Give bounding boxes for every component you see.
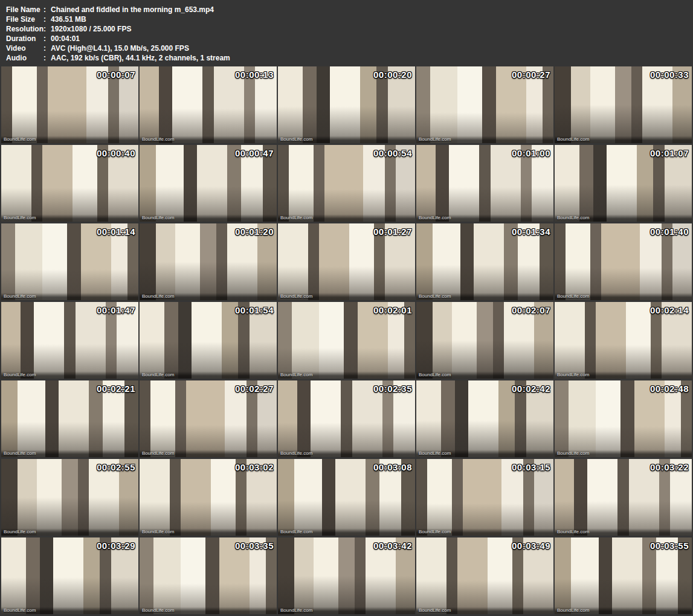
media-info-row-filesize: File Size : 436.51 MB [6, 14, 693, 24]
video-frame-thumbnail: 00:00:27 BoundLife.com [416, 66, 553, 143]
media-info-row-audio: Audio : AAC, 192 kb/s (CBR), 44.1 kHz, 2… [6, 53, 693, 63]
watermark-label: BoundLife.com [416, 528, 553, 536]
watermark-label: BoundLife.com [278, 371, 415, 379]
video-frame-thumbnail: 00:03:49 BoundLife.com [416, 537, 553, 614]
timestamp-overlay: 00:02:01 [373, 305, 412, 315]
media-info-header: File Name : Chained and fiddled in the m… [0, 0, 693, 63]
field-label: Resolution [6, 24, 44, 34]
field-value: AVC (High@L4.1), 15.0 Mb/s, 25.000 FPS [51, 43, 189, 53]
timestamp-overlay: 00:00:13 [235, 69, 274, 80]
timestamp-overlay: 00:02:35 [373, 383, 412, 394]
timestamp-overlay: 00:01:40 [650, 226, 689, 237]
video-frame-thumbnail: 00:03:55 BoundLife.com [555, 537, 692, 614]
video-frame-thumbnail: 00:00:13 BoundLife.com [140, 66, 277, 143]
video-frame-thumbnail: 00:02:55 BoundLife.com [1, 459, 138, 536]
timestamp-overlay: 00:00:54 [373, 148, 412, 158]
timestamp-overlay: 00:02:07 [512, 305, 550, 315]
watermark-label: BoundLife.com [416, 450, 553, 457]
timestamp-overlay: 00:01:20 [235, 226, 274, 237]
video-frame-thumbnail: 00:01:34 BoundLife.com [416, 223, 553, 300]
video-frame-thumbnail: 00:00:33 BoundLife.com [555, 66, 692, 143]
video-frame-thumbnail: 00:03:22 BoundLife.com [555, 459, 692, 536]
field-separator: : [44, 53, 51, 63]
timestamp-overlay: 00:01:27 [373, 226, 412, 237]
watermark-label: BoundLife.com [1, 293, 138, 300]
watermark-label: BoundLife.com [278, 293, 415, 300]
video-frame-thumbnail: 00:01:14 BoundLife.com [1, 223, 138, 300]
video-frame-thumbnail: 00:01:20 BoundLife.com [140, 223, 277, 300]
video-frame-thumbnail: 00:02:35 BoundLife.com [278, 380, 415, 457]
video-frame-thumbnail: 00:02:21 BoundLife.com [1, 380, 138, 457]
timestamp-overlay: 00:01:34 [512, 226, 550, 237]
timestamp-overlay: 00:00:07 [97, 69, 135, 80]
video-frame-thumbnail: 00:03:08 BoundLife.com [278, 459, 415, 536]
timestamp-overlay: 00:01:54 [235, 305, 274, 315]
watermark-label: BoundLife.com [140, 371, 277, 379]
video-frame-thumbnail: 00:00:54 BoundLife.com [278, 145, 415, 222]
field-separator: : [44, 24, 51, 34]
watermark-label: BoundLife.com [555, 371, 692, 379]
thumbnail-grid: 00:00:07 BoundLife.com 00:00:13 BoundLif… [1, 66, 692, 614]
field-value: AAC, 192 kb/s (CBR), 44.1 kHz, 2 channel… [51, 53, 230, 63]
timestamp-overlay: 00:00:33 [650, 69, 689, 80]
watermark-label: BoundLife.com [140, 214, 277, 222]
watermark-label: BoundLife.com [140, 136, 277, 143]
watermark-label: BoundLife.com [416, 607, 553, 614]
timestamp-overlay: 00:00:47 [235, 148, 274, 158]
watermark-label: BoundLife.com [1, 136, 138, 143]
watermark-label: BoundLife.com [1, 528, 138, 536]
watermark-label: BoundLife.com [278, 607, 415, 614]
video-frame-thumbnail: 00:03:42 BoundLife.com [278, 537, 415, 614]
timestamp-overlay: 00:01:00 [512, 148, 550, 158]
timestamp-overlay: 00:03:55 [650, 541, 689, 551]
watermark-label: BoundLife.com [278, 136, 415, 143]
field-label: File Size [6, 14, 44, 24]
watermark-label: BoundLife.com [555, 214, 692, 222]
watermark-label: BoundLife.com [555, 136, 692, 143]
media-info-row-duration: Duration : 00:04:01 [6, 34, 693, 43]
field-separator: : [44, 34, 51, 43]
video-frame-thumbnail: 00:03:35 BoundLife.com [140, 537, 277, 614]
video-frame-thumbnail: 00:02:42 BoundLife.com [416, 380, 553, 457]
timestamp-overlay: 00:03:35 [235, 541, 274, 551]
field-separator: : [44, 14, 51, 24]
watermark-label: BoundLife.com [1, 371, 138, 379]
timestamp-overlay: 00:02:55 [97, 462, 135, 472]
field-value: 00:04:01 [51, 34, 80, 43]
watermark-label: BoundLife.com [416, 293, 553, 300]
watermark-label: BoundLife.com [1, 450, 138, 457]
media-info-row-resolution: Resolution : 1920x1080 / 25.000 FPS [6, 24, 693, 34]
video-frame-thumbnail: 00:01:47 BoundLife.com [1, 302, 138, 379]
field-label: Duration [6, 34, 44, 43]
media-info-row-filename: File Name : Chained and fiddled in the m… [6, 5, 693, 14]
video-frame-thumbnail: 00:01:54 BoundLife.com [140, 302, 277, 379]
video-frame-thumbnail: 00:01:40 BoundLife.com [555, 223, 692, 300]
video-frame-thumbnail: 00:01:27 BoundLife.com [278, 223, 415, 300]
video-frame-thumbnail: 00:03:29 BoundLife.com [1, 537, 138, 614]
media-info-row-video: Video : AVC (High@L4.1), 15.0 Mb/s, 25.0… [6, 43, 693, 53]
watermark-label: BoundLife.com [278, 528, 415, 536]
timestamp-overlay: 00:02:42 [512, 383, 550, 394]
watermark-label: BoundLife.com [416, 371, 553, 379]
timestamp-overlay: 00:02:27 [235, 383, 274, 394]
video-frame-thumbnail: 00:02:14 BoundLife.com [555, 302, 692, 379]
video-frame-thumbnail: 00:00:20 BoundLife.com [278, 66, 415, 143]
watermark-label: BoundLife.com [278, 214, 415, 222]
watermark-label: BoundLife.com [555, 528, 692, 536]
timestamp-overlay: 00:02:14 [650, 305, 689, 315]
field-value: Chained and fiddled in the morning m_653… [51, 5, 214, 14]
timestamp-overlay: 00:00:40 [97, 148, 135, 158]
timestamp-overlay: 00:01:07 [650, 148, 689, 158]
watermark-label: BoundLife.com [416, 214, 553, 222]
video-frame-thumbnail: 00:00:47 BoundLife.com [140, 145, 277, 222]
watermark-label: BoundLife.com [140, 607, 277, 614]
watermark-label: BoundLife.com [1, 214, 138, 222]
watermark-label: BoundLife.com [140, 528, 277, 536]
field-separator: : [44, 5, 51, 14]
watermark-label: BoundLife.com [416, 136, 553, 143]
watermark-label: BoundLife.com [278, 450, 415, 457]
video-frame-thumbnail: 00:02:48 BoundLife.com [555, 380, 692, 457]
timestamp-overlay: 00:03:08 [373, 462, 412, 472]
timestamp-overlay: 00:03:02 [235, 462, 274, 472]
timestamp-overlay: 00:03:22 [650, 462, 689, 472]
